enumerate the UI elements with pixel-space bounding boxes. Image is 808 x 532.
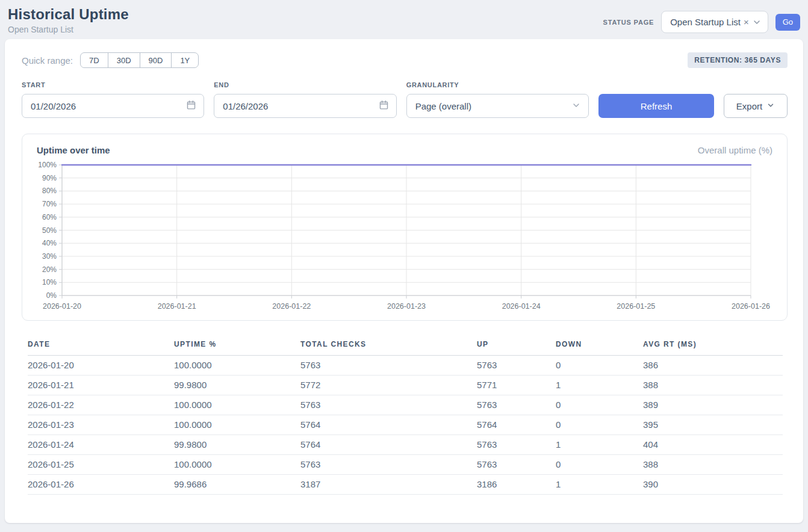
end-date-value: 01/26/2026: [223, 101, 268, 111]
table-cell: 99.9800: [174, 435, 300, 455]
svg-text:60%: 60%: [42, 213, 57, 221]
granularity-value: Page (overall): [415, 101, 471, 111]
table-cell: 0: [556, 455, 643, 475]
table-cell: 389: [643, 395, 783, 415]
table-cell: 100.0000: [174, 356, 300, 376]
calendar-icon[interactable]: [379, 100, 389, 112]
table-cell: 1: [556, 376, 643, 395]
status-page-select-value: Open Startup List: [670, 17, 741, 27]
table-cell: 1: [556, 475, 643, 495]
svg-text:90%: 90%: [42, 174, 57, 182]
table-row: 2026-01-2499.9800576457631404: [28, 435, 783, 455]
table-cell: 2026-01-24: [28, 435, 174, 455]
column-header: UP: [477, 335, 556, 356]
quick-range-label: Quick range:: [22, 55, 73, 66]
table-cell: 388: [643, 455, 783, 475]
column-header: UPTIME %: [174, 335, 300, 356]
svg-text:2026-01-26: 2026-01-26: [732, 302, 770, 311]
svg-text:2026-01-23: 2026-01-23: [387, 302, 426, 311]
column-header: DATE: [28, 335, 174, 356]
column-header: TOTAL CHECKS: [300, 335, 477, 356]
main-panel: Quick range: 7D 30D 90D 1Y RETENTION: 36…: [5, 39, 803, 523]
quick-range-30d-button[interactable]: 30D: [108, 52, 140, 68]
chevron-down-icon: [571, 101, 581, 112]
svg-text:100%: 100%: [38, 161, 57, 169]
table-cell: 0: [556, 356, 643, 376]
table-cell: 388: [643, 376, 783, 395]
table-cell: 386: [643, 356, 783, 376]
uptime-table-wrap: DATEUPTIME %TOTAL CHECKSUPDOWNAVG RT (MS…: [22, 335, 788, 495]
svg-text:2026-01-20: 2026-01-20: [43, 302, 81, 311]
status-page-select[interactable]: Open Startup List ×: [661, 11, 768, 33]
column-header: DOWN: [556, 335, 643, 356]
table-row: 2026-01-23100.0000576457640395: [28, 415, 783, 435]
table-cell: 5764: [477, 415, 556, 435]
table-cell: 99.9800: [174, 376, 300, 395]
table-row: 2026-01-2199.9800577257711388: [28, 376, 783, 395]
table-cell: 1: [556, 435, 643, 455]
table-cell: 5764: [300, 435, 477, 455]
table-row: 2026-01-2699.9686318731861390: [28, 475, 783, 495]
table-cell: 2026-01-21: [28, 376, 174, 395]
table-row: 2026-01-22100.0000576357630389: [28, 395, 783, 415]
table-cell: 5763: [300, 395, 477, 415]
table-cell: 5763: [477, 455, 556, 475]
start-date-input[interactable]: 01/20/2026: [22, 94, 204, 118]
go-button[interactable]: Go: [775, 14, 800, 31]
table-cell: 100.0000: [174, 415, 300, 435]
svg-text:10%: 10%: [42, 278, 57, 286]
page-header: Historical Uptime Open Startup List STAT…: [0, 0, 808, 38]
table-cell: 5764: [300, 415, 477, 435]
end-date-label: END: [214, 81, 396, 88]
page-title: Historical Uptime: [8, 6, 129, 23]
table-body: 2026-01-20100.00005763576303862026-01-21…: [28, 356, 783, 495]
refresh-button[interactable]: Refresh: [598, 94, 714, 118]
svg-text:2026-01-24: 2026-01-24: [502, 302, 541, 311]
table-cell: 100.0000: [174, 455, 300, 475]
quick-range-1y-button[interactable]: 1Y: [171, 52, 199, 68]
column-header: AVG RT (MS): [643, 335, 783, 356]
export-button-label: Export: [736, 101, 762, 111]
chart-title: Uptime over time: [37, 145, 110, 155]
end-date-field: END 01/26/2026: [214, 81, 396, 118]
svg-text:0%: 0%: [46, 291, 57, 300]
table-cell: 404: [643, 435, 783, 455]
quick-range-group: 7D 30D 90D 1Y: [80, 52, 199, 68]
page-subtitle: Open Startup List: [8, 25, 129, 34]
end-date-input[interactable]: 01/26/2026: [214, 94, 396, 118]
export-button[interactable]: Export: [724, 94, 788, 118]
chevron-down-icon: [752, 17, 762, 27]
chevron-down-icon: [766, 101, 775, 111]
svg-text:50%: 50%: [42, 226, 57, 235]
table-cell: 395: [643, 415, 783, 435]
table-cell: 3186: [477, 475, 556, 495]
svg-text:70%: 70%: [42, 200, 57, 208]
granularity-field: GRANULARITY Page (overall): [406, 81, 589, 118]
uptime-chart-card: Uptime over time Overall uptime (%) 0%10…: [22, 134, 788, 321]
table-cell: 390: [643, 475, 783, 495]
status-page-label: STATUS PAGE: [603, 19, 654, 26]
title-block: Historical Uptime Open Startup List: [8, 6, 129, 34]
quick-range-90d-button[interactable]: 90D: [140, 52, 172, 68]
svg-text:2026-01-21: 2026-01-21: [158, 302, 196, 311]
table-cell: 5772: [300, 376, 477, 395]
table-cell: 0: [556, 395, 643, 415]
svg-text:40%: 40%: [42, 239, 57, 247]
calendar-icon[interactable]: [186, 100, 196, 112]
granularity-select[interactable]: Page (overall): [406, 94, 589, 118]
svg-text:20%: 20%: [42, 265, 57, 274]
table-cell: 2026-01-23: [28, 415, 174, 435]
header-controls: STATUS PAGE Open Startup List × Go: [603, 6, 800, 33]
table-header-row: DATEUPTIME %TOTAL CHECKSUPDOWNAVG RT (MS…: [28, 335, 783, 356]
table-cell: 5763: [477, 356, 556, 376]
quick-range-7d-button[interactable]: 7D: [80, 52, 108, 68]
svg-text:30%: 30%: [42, 252, 57, 261]
table-row: 2026-01-25100.0000576357630388: [28, 455, 783, 475]
table-cell: 5763: [300, 455, 477, 475]
clear-icon[interactable]: ×: [743, 17, 750, 26]
chart-legend: Overall uptime (%): [698, 145, 772, 155]
start-date-field: START 01/20/2026: [22, 81, 204, 118]
uptime-chart-svg: 0%10%20%30%40%50%60%70%80%90%100%2026-01…: [37, 160, 772, 313]
svg-text:2026-01-22: 2026-01-22: [272, 302, 311, 311]
table-cell: 5763: [477, 395, 556, 415]
